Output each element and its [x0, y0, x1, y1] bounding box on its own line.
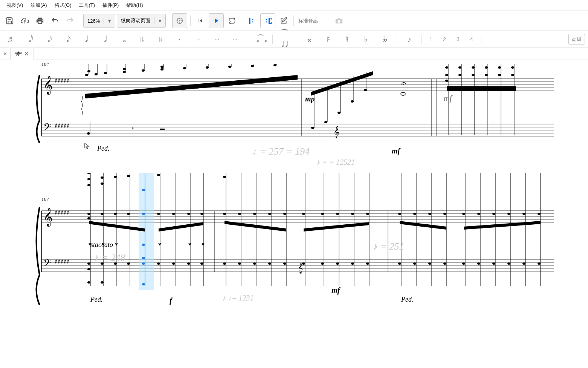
svg-text:♯♯♯♯♯: ♯♯♯♯♯	[55, 77, 70, 84]
svg-text:♯♯♯♯♯: ♯♯♯♯♯	[55, 123, 70, 129]
panel-close[interactable]: ✕	[0, 49, 10, 58]
cloud-upload-button[interactable]	[18, 14, 32, 28]
zoom-combo[interactable]: 126% ▼	[83, 14, 115, 28]
svg-point-82	[445, 74, 448, 76]
rewind-button[interactable]	[194, 14, 207, 28]
menu-plugins[interactable]: 插件(P)	[99, 1, 122, 9]
svg-point-123	[87, 213, 90, 215]
repeat-start-button[interactable]	[245, 14, 259, 28]
menu-tools[interactable]: 工具(T)	[75, 1, 99, 9]
pedal-mark-3: Ped.	[401, 296, 413, 304]
svg-marker-254	[304, 222, 369, 232]
print-button[interactable]	[33, 14, 47, 28]
page-mode-combo[interactable]: 纵向滚动页面 ▼	[117, 14, 166, 28]
quad-dot-button[interactable]: ····	[229, 33, 243, 45]
redo-button[interactable]	[63, 14, 77, 28]
voice-4[interactable]: 4	[467, 36, 476, 42]
pedal-mark-2: Ped.	[90, 296, 102, 304]
svg-marker-67	[311, 71, 373, 96]
svg-point-42	[104, 72, 107, 74]
sharp-button[interactable]: ♯	[321, 33, 335, 45]
undo-button[interactable]	[48, 14, 62, 28]
double-flat-button[interactable]: 𝄫	[378, 33, 391, 45]
svg-point-12	[266, 21, 267, 23]
score-canvas[interactable]: 104 𝄞 𝄢 ♯♯♯♯♯ ♯♯♯♯♯	[0, 60, 588, 362]
svg-point-137	[114, 176, 117, 178]
svg-point-79	[401, 92, 405, 95]
note-half[interactable]: 𝅗𝅥	[97, 33, 111, 45]
tie-button[interactable]: 𝅘𝅥⁀𝅘𝅥	[254, 33, 267, 45]
advanced-button[interactable]: 高级	[568, 34, 585, 44]
svg-point-40	[95, 73, 98, 75]
svg-point-189	[283, 213, 286, 215]
note-8th[interactable]: 𝅘𝅥𝅮	[60, 33, 73, 45]
double-dot-button[interactable]: ··	[191, 33, 205, 45]
note-32nd[interactable]: 𝅘𝅥𝅰	[22, 33, 35, 45]
svg-point-182	[253, 262, 256, 265]
svg-point-156	[157, 213, 160, 215]
svg-text:𝄢: 𝄢	[43, 121, 51, 135]
svg-point-72	[338, 112, 341, 114]
voice-3[interactable]: 3	[454, 36, 462, 42]
svg-point-74	[351, 100, 354, 103]
voice-2[interactable]: 2	[440, 36, 449, 42]
save-button[interactable]	[3, 14, 17, 28]
note-breve[interactable]: |𝅝|	[135, 33, 148, 45]
svg-point-59	[251, 64, 254, 64]
svg-point-142	[127, 175, 130, 177]
double-sharp-button[interactable]: 𝄪	[302, 33, 316, 45]
svg-point-50	[160, 66, 163, 68]
edit-button[interactable]	[277, 14, 290, 28]
svg-point-169	[200, 262, 203, 265]
loop-button[interactable]	[225, 14, 239, 28]
svg-text:˅: ˅	[188, 243, 191, 250]
tab-document[interactable]: 钟* ✕	[10, 48, 34, 60]
camera-button[interactable]	[332, 14, 346, 28]
svg-marker-99	[447, 86, 516, 91]
pedal-mark-1: Ped.	[97, 145, 109, 153]
note-whole[interactable]: 𝅝	[116, 33, 130, 45]
repeat-end-button[interactable]	[260, 13, 275, 28]
svg-point-218	[413, 262, 416, 265]
tempo-overlay-1: ♪ = 257 = 194	[252, 146, 310, 157]
metronome-button[interactable]	[172, 13, 187, 28]
grace-note-button[interactable]: 𝆔	[402, 33, 416, 45]
svg-point-214	[398, 262, 401, 265]
svg-point-181	[253, 213, 256, 215]
triple-dot-button[interactable]: ···	[210, 33, 224, 45]
natural-button[interactable]: ♮	[340, 33, 354, 45]
svg-point-38	[87, 70, 90, 72]
svg-point-76	[364, 89, 367, 91]
svg-point-144	[127, 262, 130, 265]
tab-close-icon[interactable]: ✕	[24, 51, 29, 57]
flat-button[interactable]: ♭	[359, 33, 373, 45]
note-64th[interactable]: ♬	[3, 33, 17, 45]
menu-format[interactable]: 格式(O)	[51, 1, 75, 9]
page-mode-value: 纵向滚动页面	[117, 17, 154, 24]
tempo-overlay-3: ♪ = 248	[94, 252, 125, 264]
svg-point-124	[87, 217, 90, 219]
svg-point-92	[485, 74, 488, 76]
note-16th[interactable]: 𝅘𝅥𝅯	[41, 33, 54, 45]
svg-point-152	[142, 283, 145, 285]
dot-button[interactable]: ·	[173, 33, 186, 45]
svg-text:♯♯♯♯♯: ♯♯♯♯♯	[55, 209, 70, 216]
svg-point-97	[511, 66, 514, 69]
note-quarter[interactable]: 𝅘𝅥	[78, 33, 92, 45]
svg-point-245	[522, 213, 525, 215]
menu-view[interactable]: 视图(V)	[3, 1, 27, 9]
slur-button[interactable]: ⁀♩♩	[278, 33, 292, 45]
svg-text:♯♯♯♯♯: ♯♯♯♯♯	[55, 258, 70, 265]
menu-add[interactable]: 添加(A)	[27, 1, 50, 9]
svg-point-201	[336, 213, 339, 215]
svg-point-132	[101, 213, 104, 215]
play-button[interactable]	[209, 13, 224, 28]
svg-point-134	[101, 281, 104, 284]
svg-text:𝄞: 𝄞	[43, 76, 53, 95]
note-longa[interactable]: |𝅝𝅝|	[154, 33, 167, 45]
svg-point-83	[445, 80, 448, 82]
menu-help[interactable]: 帮助(H)	[122, 1, 147, 9]
voice-1[interactable]: 1	[427, 36, 435, 42]
pitch-input[interactable]	[297, 17, 331, 25]
svg-point-242	[507, 262, 510, 265]
